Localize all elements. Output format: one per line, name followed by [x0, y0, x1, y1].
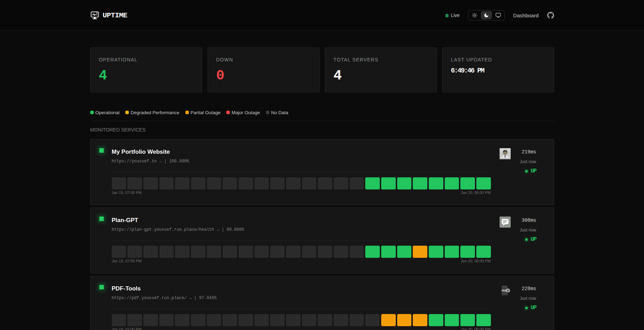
- svg-text:PDF: PDF: [501, 289, 506, 292]
